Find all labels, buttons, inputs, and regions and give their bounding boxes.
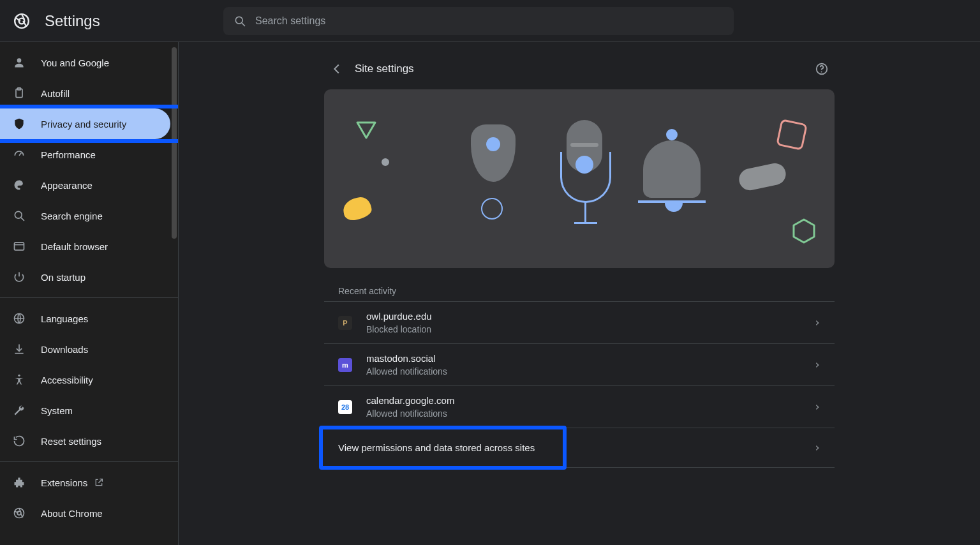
chevron-right-icon — [814, 444, 820, 452]
site-favicon: P — [338, 316, 352, 330]
sidebar-item-you-and-google[interactable]: You and Google — [0, 47, 178, 78]
search-icon — [11, 209, 27, 222]
site-status: Blocked location — [366, 324, 814, 334]
settings-sidebar: You and Google Autofill Privacy and secu… — [0, 42, 179, 545]
site-name: mastodon.social — [366, 353, 814, 364]
sidebar-item-autofill[interactable]: Autofill — [0, 78, 178, 108]
recent-site-row[interactable]: m mastodon.social Allowed notifications — [324, 344, 835, 386]
sidebar-item-label: Search engine — [41, 211, 103, 221]
download-icon — [11, 343, 27, 355]
sidebar-item-label: Privacy and security — [41, 119, 126, 130]
chevron-right-icon — [814, 361, 820, 370]
site-favicon: m — [338, 358, 352, 372]
sidebar-item-label: On startup — [41, 272, 85, 283]
speedometer-icon — [11, 148, 27, 161]
site-name: owl.purdue.edu — [366, 311, 814, 322]
recent-activity-heading: Recent activity — [338, 286, 835, 296]
site-status: Allowed notifications — [366, 366, 814, 377]
pill-icon — [737, 161, 787, 193]
clipboard-icon — [11, 87, 27, 100]
browser-icon — [11, 240, 27, 253]
svg-point-8 — [15, 211, 22, 218]
ring-icon — [481, 198, 503, 220]
svg-marker-18 — [357, 123, 375, 138]
square-icon — [776, 119, 808, 151]
hexagon-icon — [790, 217, 818, 245]
svg-line-3 — [242, 23, 244, 26]
sidebar-item-label: About Chrome — [41, 508, 103, 519]
sidebar-item-label: Appearance — [41, 180, 93, 191]
help-button[interactable] — [809, 56, 835, 82]
accessibility-icon — [11, 373, 27, 386]
chrome-icon — [11, 507, 27, 519]
search-icon — [234, 15, 246, 27]
location-pin-icon — [471, 124, 516, 182]
sidebar-item-label: Autofill — [41, 88, 70, 99]
page-title: Settings — [45, 12, 223, 30]
svg-point-13 — [18, 375, 20, 377]
back-button[interactable] — [324, 56, 350, 82]
restore-icon — [11, 435, 27, 447]
site-favicon: 28 — [338, 400, 352, 414]
sidebar-item-search-engine[interactable]: Search engine — [0, 200, 178, 231]
svg-rect-10 — [15, 243, 24, 250]
wrench-icon — [11, 404, 27, 417]
triangle-icon — [355, 120, 378, 140]
sidebar-item-downloads[interactable]: Downloads — [0, 334, 178, 364]
sidebar-item-on-startup[interactable]: On startup — [0, 262, 178, 292]
sidebar-item-label: Extensions — [41, 477, 87, 488]
search-input[interactable] — [254, 15, 727, 27]
person-icon — [11, 56, 27, 69]
view-all-label: View permissions and data stored across … — [338, 442, 814, 453]
sidebar-item-label: Languages — [41, 313, 88, 324]
site-status: Allowed notifications — [366, 408, 814, 419]
sidebar-item-label: Performance — [41, 149, 96, 160]
svg-marker-19 — [794, 220, 814, 243]
site-name: calendar.google.com — [366, 395, 814, 406]
chevron-right-icon — [814, 403, 820, 412]
section-title: Site settings — [355, 63, 809, 75]
site-settings-hero — [324, 89, 835, 268]
svg-point-2 — [235, 17, 242, 24]
main-content: Site settings — [179, 42, 980, 545]
palette-icon — [11, 179, 27, 191]
page-header: Site settings — [324, 49, 835, 89]
dot-icon — [382, 158, 389, 166]
sidebar-item-reset-settings[interactable]: Reset settings — [0, 426, 178, 456]
svg-line-7 — [19, 153, 21, 156]
svg-point-17 — [821, 71, 822, 73]
sidebar-item-label: Downloads — [41, 344, 88, 355]
chrome-logo-icon — [13, 12, 31, 30]
chevron-right-icon — [814, 318, 820, 327]
svg-line-9 — [21, 218, 24, 220]
sidebar-item-languages[interactable]: Languages — [0, 303, 178, 334]
recent-site-row[interactable]: 28 calendar.google.com Allowed notificat… — [324, 386, 835, 428]
bell-icon — [666, 129, 678, 140]
svg-point-4 — [17, 58, 22, 63]
sidebar-item-system[interactable]: System — [0, 395, 178, 426]
sidebar-item-default-browser[interactable]: Default browser — [0, 231, 178, 262]
sidebar-item-label: System — [41, 405, 73, 416]
sidebar-item-label: Accessibility — [41, 375, 93, 385]
sidebar-item-label: Default browser — [41, 241, 108, 252]
view-all-permissions-row[interactable]: View permissions and data stored across … — [324, 428, 835, 468]
shield-icon — [11, 117, 27, 130]
power-icon — [11, 271, 27, 283]
sidebar-item-about-chrome[interactable]: About Chrome — [0, 498, 178, 528]
globe-icon — [11, 312, 27, 325]
top-bar: Settings — [0, 0, 980, 42]
sidebar-item-performance[interactable]: Performance — [0, 139, 178, 170]
sidebar-item-appearance[interactable]: Appearance — [0, 170, 178, 200]
sidebar-item-label: Reset settings — [41, 436, 101, 447]
sidebar-item-extensions[interactable]: Extensions — [0, 467, 178, 498]
extension-icon — [11, 476, 27, 489]
sidebar-item-label: You and Google — [41, 57, 109, 68]
external-link-icon — [94, 477, 104, 488]
sidebar-item-accessibility[interactable]: Accessibility — [0, 364, 178, 395]
blob-icon — [341, 195, 373, 221]
search-settings-box[interactable] — [223, 7, 734, 35]
sidebar-item-privacy-security[interactable]: Privacy and security — [0, 108, 170, 139]
recent-site-row[interactable]: P owl.purdue.edu Blocked location — [324, 302, 835, 344]
